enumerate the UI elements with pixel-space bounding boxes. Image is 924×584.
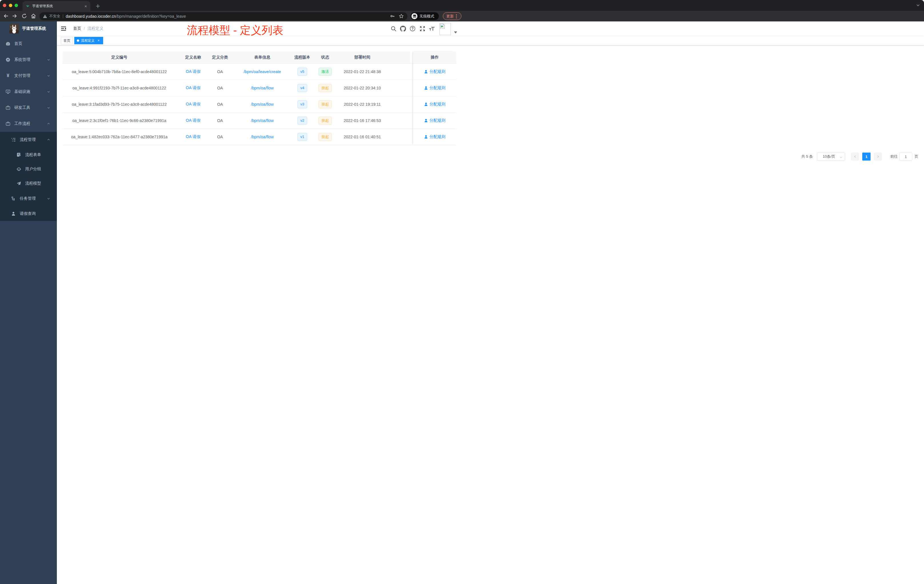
sidebar-toggle-icon[interactable]	[61, 26, 66, 31]
breadcrumb-home[interactable]: 首页	[73, 26, 81, 31]
cell-category: OA	[210, 80, 230, 96]
sidebar-item-user-group[interactable]: 用户分组	[0, 162, 57, 176]
assign-rule-button[interactable]: 分配规则	[424, 86, 446, 91]
form-link[interactable]: /bpm/oa/flow	[251, 118, 274, 123]
table-row: oa_leave:1:482ec033-762a-11ec-8477-a2380…	[63, 129, 413, 145]
table-fixed-right-column: 操作 分配规则 分配规则 分配规则 分配规则 分配规则	[413, 51, 456, 145]
definition-name-link[interactable]: OA 请假	[186, 69, 200, 74]
password-key-icon[interactable]	[390, 14, 395, 18]
header-fontsize-button[interactable]	[427, 21, 437, 36]
monitor-icon	[6, 89, 10, 94]
column-header: 部署时间	[341, 51, 384, 63]
header-fullscreen-button[interactable]	[417, 21, 427, 36]
status-badge: 挂起	[318, 100, 332, 108]
version-badge: v5	[297, 68, 307, 76]
definition-name-link[interactable]: OA 请假	[186, 134, 200, 139]
sidebar-item-system[interactable]: 系统管理	[0, 52, 57, 68]
broken-image-icon	[440, 23, 445, 29]
sidebar-item-infra[interactable]: 基础设施	[0, 84, 57, 100]
sidebar-item-devtools[interactable]: 研发工具	[0, 100, 57, 116]
back-icon[interactable]	[3, 13, 9, 19]
definition-name-link[interactable]: OA 请假	[186, 86, 200, 91]
table-row: oa_leave:4:991f2193-7b7f-11ec-a3c8-acde4…	[63, 80, 413, 96]
new-tab-button[interactable]	[94, 2, 102, 10]
gear-icon	[6, 58, 10, 62]
sidebar-item-label: 首页	[14, 41, 22, 46]
assign-rule-button[interactable]: 分配规则	[424, 118, 446, 123]
fullscreen-icon	[420, 26, 425, 31]
cell-definition-name: OA 请假	[176, 64, 210, 80]
form-link[interactable]: /bpm/oa/flow	[251, 135, 274, 139]
sidebar-item-home[interactable]: 首页	[0, 36, 57, 52]
bookmark-star-icon[interactable]	[399, 14, 404, 18]
header-github-button[interactable]	[398, 21, 408, 36]
org-node-icon	[11, 196, 16, 201]
paper-plane-icon	[16, 181, 21, 186]
browser-toolbar: 不安全 dashboard.yudao.iocoder.cn/bpm/manag…	[0, 11, 462, 21]
window-zoom-button[interactable]	[15, 4, 18, 7]
address-bar[interactable]: 不安全 dashboard.yudao.iocoder.cn/bpm/manag…	[40, 12, 408, 20]
cell-form: /bpm/oa/leave/create	[230, 64, 295, 80]
main-area: 首页 / 流程定义	[57, 21, 462, 292]
window-close-button[interactable]	[3, 4, 6, 7]
not-secure-warning-icon[interactable]	[43, 14, 47, 18]
user-avatar[interactable]	[439, 23, 451, 35]
help-circle-icon	[410, 26, 416, 31]
tab-title: 芋道管理系统	[32, 4, 83, 8]
definition-name-link[interactable]: OA 请假	[186, 118, 200, 123]
assign-rule-button[interactable]: 分配规则	[424, 102, 446, 107]
column-header: 流程版本	[295, 51, 310, 63]
header-help-button[interactable]	[408, 21, 417, 36]
tag-home[interactable]: 首页	[61, 37, 73, 44]
version-badge: v1	[297, 133, 307, 141]
cell-category: OA	[210, 64, 230, 80]
form-link[interactable]: /bpm/oa/flow	[251, 86, 274, 90]
cell-category: OA	[210, 96, 230, 112]
browser-tab[interactable]: 芋道管理系统 ×	[23, 1, 90, 11]
column-header: 表单信息	[230, 51, 295, 63]
column-header: 定义编号	[63, 51, 176, 63]
header-search-button[interactable]	[389, 21, 398, 36]
status-badge: 挂起	[318, 133, 332, 141]
tag-close-icon[interactable]: ×	[97, 39, 101, 43]
sidebar-item-process-model[interactable]: 流程模型	[0, 176, 57, 191]
window-minimize-button[interactable]	[9, 4, 12, 7]
cell-version: v1	[295, 129, 310, 145]
sidebar-item-process-form[interactable]: 流程表单	[0, 148, 57, 162]
url-text[interactable]: dashboard.yudao.iocoder.cn/bpm/manager/d…	[66, 14, 390, 18]
assign-rule-button[interactable]: 分配规则	[424, 69, 446, 74]
tab-close-icon[interactable]: ×	[83, 4, 88, 8]
person-icon	[424, 86, 428, 90]
chevron-up-icon	[47, 138, 50, 142]
not-secure-label[interactable]: 不安全	[49, 14, 60, 19]
browser-menu-dots-icon[interactable]	[456, 14, 457, 18]
sidebar-item-label: 流程管理	[20, 137, 36, 142]
sidebar-item-workflow[interactable]: 工作流程	[0, 116, 57, 132]
sidebar-item-task-mgmt[interactable]: 任务管理	[0, 191, 57, 206]
tag-process-definition[interactable]: 流程定义 ×	[74, 37, 103, 44]
sidebar-item-leave-query[interactable]: 请假查询	[0, 206, 57, 221]
favicon-plant-icon	[26, 4, 30, 8]
sidebar-item-label: 研发工具	[14, 105, 30, 110]
sidebar-item-payment[interactable]: ¥ 支付管理	[0, 68, 57, 84]
form-link[interactable]: /bpm/oa/leave/create	[244, 69, 281, 74]
cell-deploy-time: 2022-01-22 20:34:10	[341, 80, 384, 96]
list-tree-icon	[11, 137, 16, 142]
reload-icon[interactable]	[21, 13, 27, 19]
sidebar: 芋道管理系统 首页 系统管理 ¥ 支付管理 基础设施	[0, 21, 57, 292]
incognito-badge[interactable]: 无痕模式	[411, 12, 439, 20]
form-link[interactable]: /bpm/oa/flow	[251, 102, 274, 107]
home-icon[interactable]	[31, 13, 36, 19]
forward-icon[interactable]	[12, 13, 17, 19]
caret-down-icon[interactable]	[454, 31, 457, 33]
cell-status: 激活	[310, 64, 341, 80]
assign-rule-button[interactable]: 分配规则	[424, 134, 446, 139]
sidebar-logo[interactable]: 芋道管理系统	[0, 21, 57, 36]
sidebar-item-process-mgmt[interactable]: 流程管理	[0, 132, 57, 148]
table-row: oa_leave:2:3c1f0ef1-76b1-11ec-9c66-a2380…	[63, 112, 413, 129]
page-content: 定义编号 定义名称 定义分类 表单信息 流程版本 状态 部署时间 oa_leav…	[57, 45, 462, 292]
definition-name-link[interactable]: OA 请假	[186, 102, 200, 107]
chrome-update-button[interactable]: 更新	[443, 12, 462, 20]
breadcrumb: 首页 / 流程定义	[73, 21, 104, 36]
tag-active-dot	[77, 40, 79, 42]
